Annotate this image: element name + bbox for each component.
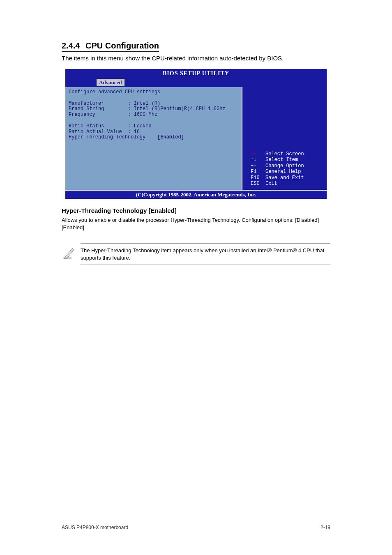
bios-ratio-actual-label: Ratio Actual Value: [69, 129, 122, 135]
section-number: 2.4.4: [62, 41, 80, 50]
bios-brand-label: Brand String: [69, 106, 104, 112]
bios-nav-item: Select Item: [265, 157, 298, 163]
section-title: CPU Configuration: [85, 41, 159, 50]
bios-nav-save: Save and Exit: [265, 175, 304, 181]
bios-brand-value: Intel (R)Pentium(R)4 CPU 1.6Ghz: [134, 106, 225, 112]
bios-nav-change-key: +-: [251, 163, 265, 169]
bios-nav-help-key: F1: [251, 169, 265, 175]
bios-nav-save-key: F10: [251, 175, 265, 181]
bios-ratio-status-value: Locked: [134, 123, 151, 129]
note-text: The Hyper-Threading Technology item appe…: [81, 247, 330, 265]
bios-nav-exit: Exit: [265, 181, 277, 187]
bios-tab-row: Advanced: [65, 78, 327, 87]
bios-manufacturer-label: Manufacturer: [69, 101, 104, 106]
bios-nav-change: Change Option: [265, 163, 304, 169]
section-description: The items in this menu show the CPU-rela…: [62, 55, 330, 62]
footer-left: ASUS P4P800-X motherboard: [62, 525, 128, 530]
bios-ht-label: Hyper Threading Technology: [69, 134, 145, 140]
option-body: Allows you to enable or disable the proc…: [62, 216, 330, 231]
bios-nav-help-text: General Help: [265, 169, 301, 175]
bios-heading: Configure advanced CPU settings: [69, 89, 160, 95]
page-footer: ASUS P4P800-X motherboard 2-19: [62, 522, 330, 530]
arrow-left-right-icon: ↔: [251, 151, 256, 157]
footer-right: 2-19: [321, 525, 330, 530]
bios-manufacturer-value: Intel (R): [134, 101, 160, 106]
note-block: The Hyper-Threading Technology item appe…: [62, 243, 330, 268]
bios-tab-advanced: Advanced: [97, 79, 125, 86]
bios-nav-screen: Select Screen: [265, 151, 304, 157]
note-pen-icon: [62, 243, 81, 262]
bios-ratio-status-label: Ratio Status: [69, 123, 104, 129]
bios-nav-help: ↔ Select Screen ↑↓ Select Item +- Change…: [242, 151, 327, 187]
bios-screenshot: BIOS SETUP UTILITY Advanced Configure ad…: [65, 69, 327, 199]
bios-nav-exit-key: ESC: [251, 181, 265, 187]
bios-freq-label: Frequency: [69, 112, 95, 117]
arrow-up-down-icon: ↑↓: [251, 157, 256, 163]
bios-main-panel: Configure advanced CPU settings Manufact…: [65, 87, 242, 191]
bios-side-panel: ↔ Select Screen ↑↓ Select Item +- Change…: [242, 87, 327, 191]
section-heading: 2.4.4 CPU Configuration: [62, 41, 330, 52]
bios-title: BIOS SETUP UTILITY: [65, 69, 327, 78]
bios-ratio-actual-value: 16: [134, 129, 139, 135]
bios-ht-value: [Enabled]: [157, 134, 184, 140]
option-heading: Hyper-Threading Technology [Enabled]: [62, 207, 330, 214]
bios-freq-value: 1600 Mhz: [134, 112, 157, 117]
bios-footer: (C)Copyright 1985-2002, American Megatre…: [65, 191, 327, 199]
